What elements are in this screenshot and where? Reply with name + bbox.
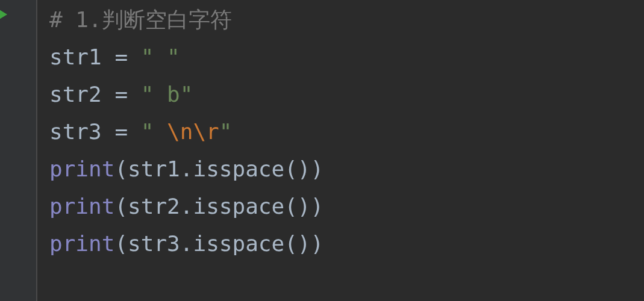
token-paren: ( — [114, 194, 128, 219]
token-op: = — [114, 119, 140, 144]
token-comment: # 1.判断空白字符 — [49, 7, 232, 32]
token-string: " — [219, 119, 233, 144]
token-builtin: print — [49, 231, 114, 256]
token-paren: ()) — [284, 231, 324, 256]
token-escape: \n\r — [167, 119, 219, 144]
token-op: . — [180, 194, 193, 219]
token-paren: ()) — [284, 157, 324, 181]
token-string: " b" — [141, 82, 193, 107]
token-paren: ()) — [284, 194, 324, 219]
code-line[interactable]: str3 = " \n\r" — [49, 113, 324, 150]
token-paren: ( — [114, 231, 128, 256]
token-ident: str2 — [49, 82, 114, 107]
code-line[interactable]: print(str1.isspace()) — [49, 150, 324, 188]
token-ident: isspace — [193, 231, 284, 256]
code-line[interactable]: # 1.判断空白字符 — [49, 1, 324, 39]
token-ident: str3 — [128, 231, 180, 256]
token-op: . — [180, 231, 193, 256]
code-line[interactable]: str1 = " " — [49, 39, 324, 76]
token-string: " — [141, 119, 167, 144]
token-ident: str1 — [128, 157, 180, 181]
token-op: = — [114, 45, 140, 69]
token-builtin: print — [49, 157, 114, 181]
token-string: " " — [141, 45, 180, 69]
token-ident: str2 — [128, 194, 180, 219]
code-area[interactable]: # 1.判断空白字符str1 = " "str2 = " b"str3 = " … — [49, 1, 324, 262]
editor-gutter — [0, 0, 37, 301]
code-line[interactable]: print(str2.isspace()) — [49, 188, 324, 225]
token-ident: isspace — [193, 157, 284, 181]
token-op: . — [180, 157, 193, 181]
run-arrow-icon[interactable] — [0, 4, 7, 25]
code-editor[interactable]: # 1.判断空白字符str1 = " "str2 = " b"str3 = " … — [0, 0, 644, 301]
token-builtin: print — [49, 194, 114, 219]
token-paren: ( — [114, 157, 128, 181]
token-ident: isspace — [193, 194, 284, 219]
token-ident: str3 — [49, 119, 114, 144]
code-line[interactable]: str2 = " b" — [49, 76, 324, 113]
code-line[interactable]: print(str3.isspace()) — [49, 225, 324, 262]
token-op: = — [114, 82, 140, 107]
token-ident: str1 — [49, 45, 114, 69]
